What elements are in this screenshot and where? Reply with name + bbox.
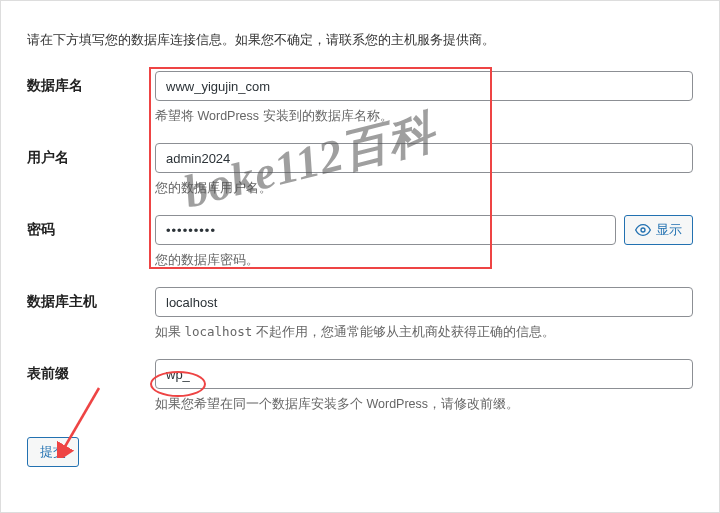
input-username[interactable]	[155, 143, 693, 173]
row-username: 用户名 您的数据库用户名。	[27, 143, 693, 197]
help-dbname: 希望将 WordPress 安装到的数据库名称。	[155, 108, 693, 125]
input-dbname[interactable]	[155, 71, 693, 101]
help-dbhost: 如果 localhost 不起作用，您通常能够从主机商处获得正确的信息。	[155, 324, 693, 341]
show-password-button[interactable]: 显示	[624, 215, 693, 245]
intro-text: 请在下方填写您的数据库连接信息。如果您不确定，请联系您的主机服务提供商。	[27, 31, 693, 49]
show-password-label: 显示	[656, 222, 682, 239]
row-prefix: 表前缀 如果您希望在同一个数据库安装多个 WordPress，请修改前缀。	[27, 359, 693, 413]
help-username: 您的数据库用户名。	[155, 180, 693, 197]
label-dbhost: 数据库主机	[27, 287, 155, 311]
db-setup-form: 请在下方填写您的数据库连接信息。如果您不确定，请联系您的主机服务提供商。 数据库…	[0, 0, 720, 513]
input-dbhost[interactable]	[155, 287, 693, 317]
label-password: 密码	[27, 215, 155, 239]
label-prefix: 表前缀	[27, 359, 155, 383]
row-dbname: 数据库名 希望将 WordPress 安装到的数据库名称。	[27, 71, 693, 125]
row-dbhost: 数据库主机 如果 localhost 不起作用，您通常能够从主机商处获得正确的信…	[27, 287, 693, 341]
row-password: 密码 显示 您的数据库密码。	[27, 215, 693, 269]
label-username: 用户名	[27, 143, 155, 167]
help-prefix: 如果您希望在同一个数据库安装多个 WordPress，请修改前缀。	[155, 396, 693, 413]
input-prefix[interactable]	[155, 359, 693, 389]
svg-point-0	[641, 228, 645, 232]
submit-button[interactable]: 提交	[27, 437, 79, 467]
input-password[interactable]	[155, 215, 616, 245]
label-dbname: 数据库名	[27, 71, 155, 95]
help-password: 您的数据库密码。	[155, 252, 693, 269]
eye-icon	[635, 222, 651, 238]
form-table: 数据库名 希望将 WordPress 安装到的数据库名称。 用户名 您的数据库用…	[27, 71, 693, 413]
